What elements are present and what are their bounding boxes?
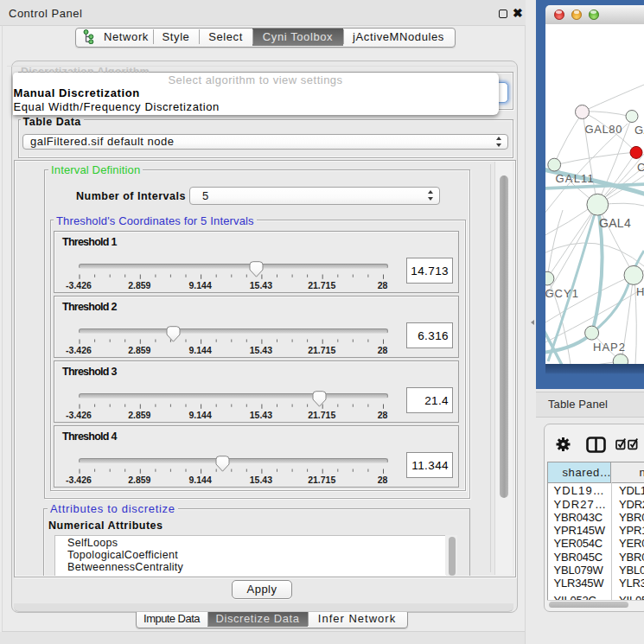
svg-text:GCY1: GCY1 xyxy=(545,287,579,300)
svg-text:GAL4: GAL4 xyxy=(599,215,631,229)
svg-text:C: C xyxy=(637,160,644,173)
svg-text:GAL11: GAL11 xyxy=(556,171,596,184)
svg-text:HAP2: HAP2 xyxy=(593,340,626,353)
svg-text:GA: GA xyxy=(634,124,644,137)
svg-text:GAL80: GAL80 xyxy=(585,122,622,135)
svg-text:H: H xyxy=(636,284,644,297)
